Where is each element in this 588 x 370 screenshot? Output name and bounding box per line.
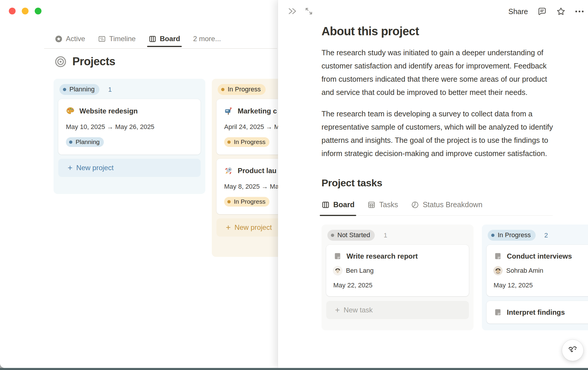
- peek-nav: [287, 6, 314, 16]
- share-button[interactable]: Share: [508, 7, 528, 16]
- tab-label: Tasks: [379, 200, 398, 209]
- ai-face-icon: [567, 344, 579, 356]
- tab-label: Status Breakdown: [423, 200, 482, 209]
- paragraph[interactable]: The research team is developing a survey…: [322, 107, 560, 160]
- paragraph[interactable]: The research study was initiated to gain…: [322, 46, 560, 99]
- card-title: Marketing c: [238, 107, 277, 115]
- task-card-write-research-report[interactable]: Write research report Ben Lang May 22, 2…: [326, 245, 469, 296]
- card-status-tag: Planning: [66, 137, 104, 147]
- project-card-website-redesign[interactable]: Website redesign May 10, 2025 → May 26, …: [58, 99, 201, 155]
- card-status-tag: In Progress: [224, 197, 269, 207]
- status-dot-icon: [227, 200, 231, 203]
- expand-page-icon[interactable]: [304, 6, 314, 16]
- status-pill-not-started[interactable]: Not Started: [327, 230, 375, 241]
- new-project-button[interactable]: + New project: [58, 159, 201, 177]
- status-dot-icon: [63, 88, 66, 91]
- assignee-name: Sohrab Amin: [506, 267, 543, 274]
- app-window: Active Timeline Board 2 more... Projects: [0, 0, 588, 368]
- board-icon: [149, 35, 156, 43]
- bullseye-icon: [55, 56, 66, 68]
- column-in-progress-tasks: In Progress 2 Conduct interviews: [482, 225, 588, 330]
- assignee-row: Ben Lang: [333, 266, 462, 275]
- status-dot-icon: [227, 140, 231, 144]
- card-date: May 22, 2025: [333, 282, 462, 289]
- tabs-divider: [44, 48, 277, 49]
- card-title: Product lau: [238, 167, 276, 175]
- status-dot-icon: [221, 88, 224, 91]
- plus-icon: +: [226, 223, 231, 232]
- plus-icon: +: [335, 306, 340, 314]
- close-side-peek-icon[interactable]: [287, 6, 297, 16]
- card-date: May 12, 2025: [494, 282, 588, 289]
- tab-label: 2 more...: [193, 35, 221, 43]
- side-peek-panel: Share About this project The research st…: [278, 0, 588, 368]
- section-title[interactable]: Project tasks: [322, 177, 560, 189]
- tab-label: Active: [66, 35, 85, 43]
- card-status-tag: In Progress: [224, 137, 269, 147]
- palette-icon: [66, 107, 75, 115]
- assignee-row: Sohrab Amin: [494, 266, 588, 275]
- more-options-icon[interactable]: [575, 7, 584, 16]
- tab-board-view[interactable]: Board: [149, 35, 180, 43]
- card-title: Write research report: [347, 252, 418, 260]
- card-dates: May 10, 2025 → May 26, 2025: [66, 123, 193, 131]
- column-count: 2: [544, 232, 548, 239]
- status-pill-in-progress[interactable]: In Progress: [218, 84, 266, 95]
- comments-icon[interactable]: [537, 7, 547, 16]
- close-button[interactable]: [9, 8, 16, 14]
- tasks-view-tabs: Board Tasks Status Breakdown: [322, 200, 553, 216]
- projects-header: Projects: [55, 55, 115, 68]
- minimize-button[interactable]: [22, 8, 29, 14]
- column-count: 1: [108, 86, 112, 93]
- card-title: Conduct interviews: [507, 252, 572, 260]
- tab-label: Board: [333, 200, 354, 209]
- avatar-sohrab-amin: [494, 266, 502, 275]
- status-pill-planning[interactable]: Planning: [59, 84, 99, 95]
- star-circle-icon: [55, 35, 63, 43]
- window-controls: [9, 8, 41, 14]
- page-content: About this project The research study wa…: [322, 25, 560, 330]
- plus-icon: +: [68, 164, 72, 172]
- task-page-icon: [494, 308, 502, 317]
- assignee-name: Ben Lang: [346, 267, 374, 274]
- column-count: 1: [384, 232, 387, 239]
- tab-active-view[interactable]: Active: [55, 35, 85, 43]
- status-pill-in-progress[interactable]: In Progress: [488, 230, 536, 241]
- column-header: Planning 1: [59, 84, 202, 95]
- new-task-button[interactable]: + New task: [326, 301, 469, 319]
- tab-label: Timeline: [109, 35, 136, 43]
- peek-actions: Share: [508, 5, 584, 18]
- board-icon: [322, 201, 330, 209]
- tab-status-breakdown[interactable]: Status Breakdown: [411, 200, 482, 209]
- table-icon: [367, 201, 376, 209]
- avatar-ben-lang: [333, 266, 342, 275]
- rocket-icon: [224, 166, 233, 175]
- notion-ai-button[interactable]: [562, 340, 583, 361]
- tab-tasks-table[interactable]: Tasks: [367, 200, 398, 209]
- card-title: Website redesign: [79, 107, 138, 115]
- mailbox-icon: [224, 107, 233, 115]
- document-title[interactable]: About this project: [322, 25, 560, 38]
- status-dot-icon: [491, 234, 494, 237]
- task-card-interpret-findings[interactable]: Interpret findings: [487, 301, 588, 324]
- status-dot-icon: [331, 234, 334, 237]
- zoom-button[interactable]: [35, 8, 41, 14]
- tab-tasks-board[interactable]: Board: [322, 200, 354, 209]
- task-page-icon: [494, 252, 502, 260]
- card-title: Interpret findings: [507, 308, 565, 317]
- tasks-board: Not Started 1 Write research report: [322, 225, 588, 330]
- column-planning: Planning 1 Website redesign May 10, 2025…: [54, 79, 205, 194]
- column-header: In Progress 2: [488, 230, 588, 241]
- desktop-edge: [0, 368, 588, 370]
- page-title: Projects: [72, 55, 115, 68]
- tab-label: Board: [160, 35, 180, 43]
- tab-more-views[interactable]: 2 more...: [193, 35, 221, 43]
- tab-timeline-view[interactable]: Timeline: [98, 35, 136, 43]
- status-dot-icon: [69, 140, 72, 144]
- favorite-star-icon[interactable]: [556, 7, 566, 16]
- task-card-conduct-interviews[interactable]: Conduct interviews Sohrab Amin May 12, 2…: [487, 245, 588, 296]
- pie-chart-icon: [411, 201, 419, 209]
- column-header: Not Started 1: [327, 230, 471, 241]
- column-not-started: Not Started 1 Write research report: [322, 225, 474, 330]
- timeline-icon: [98, 35, 106, 43]
